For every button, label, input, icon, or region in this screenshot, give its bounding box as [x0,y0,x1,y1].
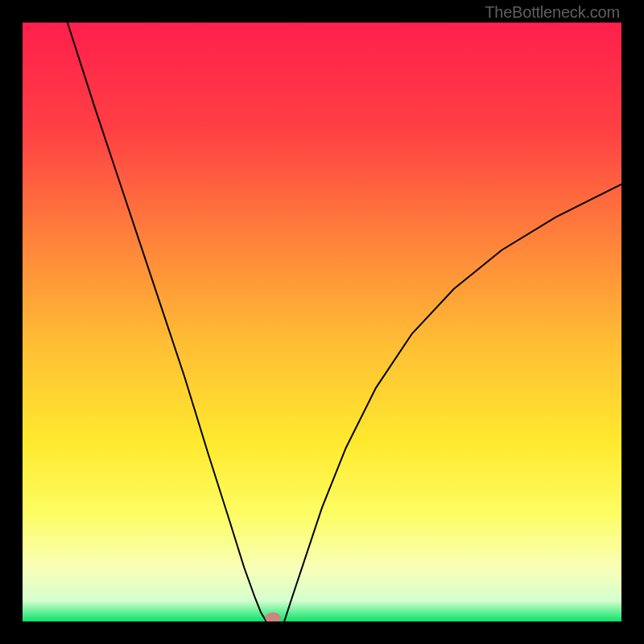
gradient-background [23,23,621,621]
bottleneck-chart [23,23,621,621]
watermark-text: TheBottleneck.com [485,3,620,22]
chart-frame [23,23,621,621]
